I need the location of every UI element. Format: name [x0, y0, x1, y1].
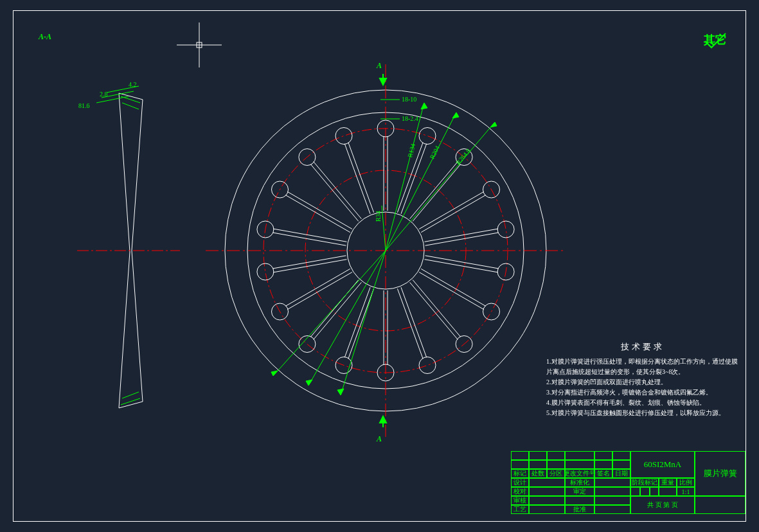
tb-std: 标准化 — [565, 478, 594, 487]
svg-line-31 — [425, 229, 498, 242]
tb-h2: 处数 — [529, 469, 547, 478]
section-arrow-top: A — [377, 61, 382, 71]
svg-marker-80 — [452, 112, 459, 118]
tb-h1: 标记 — [511, 469, 529, 478]
svg-marker-88 — [380, 78, 386, 85]
req-line: 2.对膜片弹簧的凹面或双面进行喷丸处理。 — [546, 377, 739, 387]
tb-approve: 批准 — [565, 505, 594, 514]
svg-line-5 — [122, 103, 139, 109]
tb-review: 审核 — [511, 496, 529, 505]
dim-side3: 4.2 — [129, 81, 137, 88]
tb-h6: 日期 — [612, 469, 630, 478]
tb-check: 校对 — [511, 487, 529, 496]
svg-line-29 — [421, 195, 486, 233]
tb-material: 60SI2MnA — [630, 451, 695, 478]
svg-line-72 — [386, 103, 424, 251]
tb-weight: 重量 — [659, 478, 677, 487]
svg-line-34 — [425, 256, 499, 269]
tb-partname: 膜片弹簧 — [695, 451, 746, 496]
svg-marker-90 — [380, 416, 386, 423]
svg-marker-81 — [490, 122, 497, 127]
tb-approve2: 审定 — [565, 487, 594, 496]
dim-side1: 81.6 — [78, 102, 90, 109]
svg-line-67 — [310, 164, 359, 222]
svg-point-42 — [419, 357, 436, 374]
svg-point-21 — [419, 128, 436, 145]
dim-d2: 18-2.4 — [402, 115, 418, 122]
svg-marker-82 — [337, 389, 344, 395]
svg-line-35 — [425, 260, 498, 272]
svg-line-65 — [287, 191, 352, 229]
tb-scale: 1:1 — [677, 487, 695, 496]
svg-point-30 — [497, 221, 514, 238]
svg-line-55 — [287, 272, 352, 310]
dim-rinner: R34 — [375, 211, 382, 222]
svg-line-59 — [272, 256, 346, 269]
tb-pages: 共 页 第 页 — [630, 496, 695, 514]
svg-line-58 — [273, 260, 346, 272]
surface-finish-other: 其它 — [704, 32, 727, 48]
svg-line-4 — [121, 398, 140, 405]
svg-line-6 — [122, 392, 139, 398]
svg-line-76 — [341, 251, 386, 395]
req-title: 技术要求 — [546, 341, 739, 354]
tb-scalelabel: 比例 — [677, 478, 695, 487]
tb-h5: 签名 — [594, 469, 612, 478]
svg-point-57 — [257, 263, 274, 280]
svg-line-40 — [413, 280, 461, 337]
section-aa-label: A-A — [39, 32, 51, 42]
svg-line-26 — [413, 164, 461, 222]
svg-line-49 — [348, 288, 374, 359]
dim-d1: 18-10 — [402, 96, 416, 103]
req-line: 4.膜片弹簧表面不得有毛刺、裂纹、划痕、锈蚀等缺陷。 — [546, 398, 739, 408]
svg-line-64 — [285, 195, 350, 233]
tb-stage: 阶段标记 — [630, 478, 659, 487]
svg-point-69 — [335, 128, 352, 145]
tb-design: 设计 — [511, 478, 529, 487]
dim-r1: R134 — [406, 143, 416, 158]
svg-line-71 — [348, 143, 374, 213]
svg-line-37 — [421, 269, 486, 306]
svg-line-61 — [272, 233, 346, 245]
req-line: 5.对膜片弹簧与压盘接触圆形处进行修压处理，以释放应力源。 — [546, 408, 739, 418]
svg-line-28 — [419, 191, 484, 229]
tb-h3: 分区 — [547, 469, 565, 478]
dim-side2: 2.8 — [100, 91, 108, 98]
svg-line-38 — [419, 272, 484, 310]
svg-marker-84 — [271, 371, 278, 376]
tech-requirements: 技术要求 1.对膜片弹簧进行强压处理，即根据分离状态的工作方向，通过使膜片离点后… — [546, 341, 739, 418]
section-arrow-bottom: A — [377, 434, 382, 444]
tb-h4: 更改文件号 — [565, 469, 594, 478]
check-icon — [704, 32, 727, 50]
svg-marker-83 — [306, 380, 312, 386]
svg-line-62 — [273, 229, 346, 242]
req-line: 3.对分离指进行高频淬火，喷镀铬合金和镀铬或四氟乙烯。 — [546, 387, 739, 398]
svg-line-32 — [425, 233, 499, 245]
svg-marker-79 — [421, 103, 427, 109]
req-line: 1.对膜片弹簧进行强压处理，即根据分离状态的工作方向，通过使膜片离点后施统超短过… — [546, 357, 739, 377]
drawing-sheet: 81.6 2.8 4.2 — [0, 0, 759, 532]
dim-r2: R204 — [428, 145, 441, 160]
tb-process: 工艺 — [511, 505, 529, 514]
